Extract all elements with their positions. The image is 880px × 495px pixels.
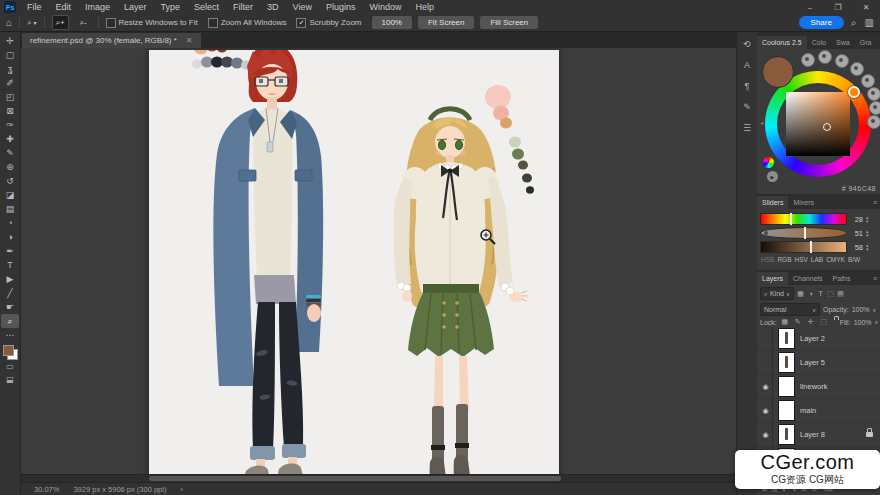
option-zoom-all-windows[interactable]: Zoom All Windows (208, 18, 287, 28)
restore-button[interactable]: ❐ (824, 3, 852, 12)
history-brush-tool[interactable]: ↺ (1, 174, 19, 188)
blur-tool[interactable]: ◔ (1, 216, 19, 230)
slider-stepper[interactable]: ▴▾ (866, 215, 869, 223)
healing-brush-tool[interactable]: ✚ (1, 132, 19, 146)
fit-screen-button[interactable]: Fit Screen (418, 16, 474, 29)
eraser-tool[interactable]: ◪ (1, 188, 19, 202)
layer-thumbnail[interactable] (778, 400, 795, 421)
slider-bar[interactable] (760, 241, 847, 253)
menu-file[interactable]: File (20, 0, 49, 14)
tab-layers[interactable]: Layers (757, 272, 788, 285)
slider-stepper[interactable]: ▴▾ (866, 229, 869, 237)
menu-help[interactable]: Help (409, 0, 442, 14)
lock-paint-icon[interactable]: ✎ (793, 318, 803, 326)
close-tab-icon[interactable]: ✕ (186, 36, 193, 45)
menu-layer[interactable]: Layer (117, 0, 154, 14)
option-scrubby-zoom[interactable]: ✓Scrubby Zoom (296, 18, 361, 28)
menu-view[interactable]: View (286, 0, 319, 14)
search-icon[interactable]: ⌕ (851, 17, 857, 29)
type-tool[interactable]: T (1, 258, 19, 272)
menu-filter[interactable]: Filter (226, 0, 260, 14)
coolorus-button-1[interactable] (801, 53, 815, 67)
slider-value[interactable]: 51 (850, 229, 863, 238)
coolorus-button-3[interactable] (835, 54, 849, 68)
checkbox[interactable] (208, 18, 218, 28)
fill-screen-button[interactable]: Fill Screen (480, 16, 538, 29)
menu-3d[interactable]: 3D (260, 0, 286, 14)
brush-tool[interactable]: ✎ (1, 146, 19, 160)
frame-tool[interactable]: ⊠ (1, 104, 19, 118)
lock-transparency-icon[interactable]: ▦ (780, 318, 790, 326)
kind-filter-dropdown[interactable]: ⌕ Kind ∨ (760, 287, 794, 300)
history-panel-icon[interactable]: ⟲ (743, 39, 751, 49)
visibility-toggle[interactable]: ◉ (759, 399, 773, 422)
hand-tool[interactable]: ☛ (1, 300, 19, 314)
menu-edit[interactable]: Edit (49, 0, 79, 14)
visibility-toggle[interactable] (759, 351, 773, 374)
tab-channels[interactable]: Channels (788, 272, 828, 285)
filter-shape-icon[interactable]: ⬚ (826, 290, 836, 298)
tab-sliders[interactable]: Sliders (757, 196, 788, 209)
line-tool[interactable]: ╱ (1, 286, 19, 300)
pen-tool[interactable]: ✒ (1, 244, 19, 258)
coolorus-button-6[interactable] (867, 87, 880, 101)
slider-stepper[interactable]: ▴▾ (866, 243, 869, 251)
tools-ellipsis[interactable]: ⋯ (1, 328, 19, 342)
lasso-tool[interactable]: ʓ (1, 62, 19, 76)
visibility-toggle[interactable]: ◉ (759, 423, 773, 446)
minimize-button[interactable]: – (796, 3, 824, 12)
stepper-down-icon[interactable]: ▾ (866, 247, 869, 251)
slider-marker[interactable] (810, 241, 812, 253)
filter-pixel-icon[interactable]: ▦ (796, 290, 806, 298)
opacity-value[interactable]: 100% (852, 306, 870, 313)
mode-bw[interactable]: B/W (848, 256, 860, 263)
layer-row[interactable]: ◉Layer 8 (757, 423, 880, 447)
path-selection-tool[interactable]: ▶ (1, 272, 19, 286)
color-wheel-icon[interactable] (763, 157, 774, 168)
lock-position-icon[interactable]: ✛ (806, 318, 816, 326)
filter-type-icon[interactable]: T (816, 290, 826, 298)
tab-mixers[interactable]: Mixers (788, 196, 819, 209)
horizontal-scrollbar[interactable] (21, 474, 736, 482)
foreground-color-swatch[interactable] (3, 345, 14, 356)
layer-thumbnail[interactable] (778, 424, 795, 445)
tab-colo[interactable]: Colo (807, 39, 831, 46)
panel-menu-icon[interactable]: ≡ (873, 199, 880, 206)
mode-rgb[interactable]: RGB (777, 256, 791, 263)
menu-select[interactable]: Select (187, 0, 226, 14)
layer-row[interactable]: ◉main (757, 399, 880, 423)
menu-window[interactable]: Window (363, 0, 409, 14)
menu-plugins[interactable]: Plugins (319, 0, 363, 14)
current-tool-indicator[interactable]: ⌕ ▾ (27, 18, 37, 28)
home-icon[interactable]: ⌂ (6, 18, 12, 28)
paragraph-panel-icon[interactable]: ¶ (745, 81, 750, 91)
clone-stamp-tool[interactable]: ⊛ (1, 160, 19, 174)
status-zoom-level[interactable]: 30.07% (34, 485, 59, 494)
layer-thumbnail[interactable] (778, 328, 795, 349)
slider-bar[interactable] (760, 227, 847, 239)
option-resize-windows-to-fit[interactable]: Resize Windows to Fit (106, 18, 198, 28)
close-button[interactable]: ✕ (852, 3, 880, 12)
layer-thumbnail[interactable] (778, 352, 795, 373)
fill-value[interactable]: 100% (854, 319, 872, 326)
canvas[interactable] (149, 50, 559, 482)
checkbox[interactable]: ✓ (296, 18, 306, 28)
current-color-swatch[interactable] (762, 56, 794, 88)
slider-value[interactable]: 28 (850, 215, 863, 224)
status-chevron-icon[interactable]: › (180, 485, 183, 494)
layer-row[interactable]: Layer 5 (757, 351, 880, 375)
panel-menu-icon[interactable]: ≡ (873, 275, 880, 282)
scrollbar-thumb[interactable] (149, 476, 561, 481)
visibility-toggle[interactable]: ◉ (759, 375, 773, 398)
lock-artboard-icon[interactable]: ⬚ (819, 318, 829, 326)
workspace-icon[interactable]: ▥ (865, 17, 874, 28)
stepper-down-icon[interactable]: ▾ (866, 219, 869, 223)
gradient-tool[interactable]: ▤ (1, 202, 19, 216)
tab-swa[interactable]: Swa (831, 39, 855, 46)
checkbox[interactable] (106, 18, 116, 28)
coolorus-button-7[interactable] (869, 101, 880, 115)
dodge-tool[interactable]: ◑ (1, 230, 19, 244)
coolorus-button-2[interactable] (818, 50, 832, 64)
menu-image[interactable]: Image (78, 0, 117, 14)
share-button[interactable]: Share (799, 16, 844, 29)
